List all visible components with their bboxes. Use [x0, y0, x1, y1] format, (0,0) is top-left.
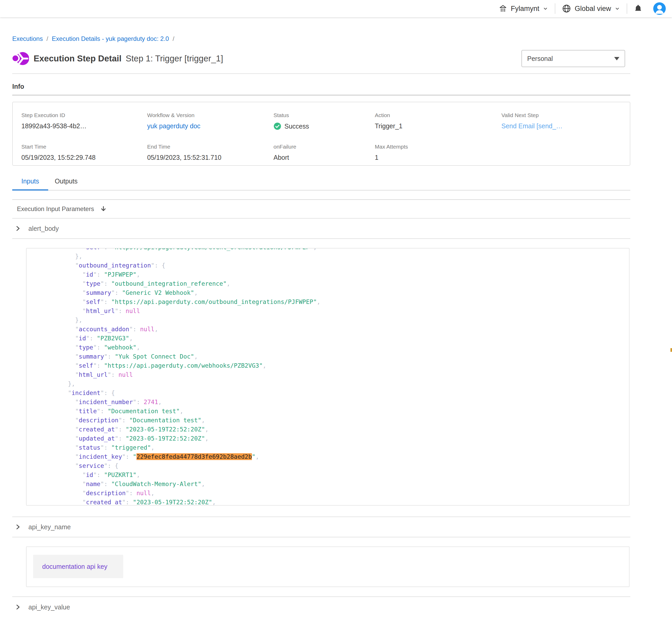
info-field-label: Action [375, 112, 501, 118]
divider [12, 73, 630, 74]
code-line: "name": "CloudWatch-Memory-Alert", [39, 480, 624, 489]
code-line: "created_at": "2023-05-19T22:52:20Z", [39, 498, 624, 506]
breadcrumb-execution-details[interactable]: Execution Details - yuk pagerduty doc: 2… [52, 35, 169, 42]
breadcrumb-executions[interactable]: Executions [12, 35, 43, 42]
param-row-api-key-value[interactable]: api_key_value [12, 597, 630, 617]
code-line: "type": "outbound_integration_reference"… [39, 279, 624, 288]
caret-down-icon [614, 57, 619, 61]
code-line: "summary": "Generic V2 Webhook", [39, 288, 624, 297]
info-field-label: Step Execution ID [21, 112, 147, 118]
code-line: "incident": { [39, 389, 624, 398]
info-field: Max Attempts1 [375, 144, 501, 166]
code-line: "incident_number": 2741, [39, 398, 624, 407]
code-line: "created_at": "2023-05-19T22:52:20Z", [39, 425, 624, 434]
breadcrumb: Executions / Execution Details - yuk pag… [12, 17, 630, 42]
download-arrow-icon[interactable] [100, 205, 107, 213]
bell-icon [634, 4, 643, 13]
code-line: "id": "PZB2VG3", [39, 334, 624, 343]
code-line: "outbound_integration": { [39, 261, 624, 270]
info-field-value: 05/19/2023, 15:52:31.710 [147, 154, 273, 161]
code-line: "id": "PJFWPEP", [39, 270, 624, 279]
globe-icon [562, 4, 572, 13]
info-field-label: Start Time [21, 144, 147, 150]
user-avatar[interactable] [653, 2, 666, 15]
info-field-value: Success [273, 122, 375, 130]
code-line: "title": "Documentation test", [39, 407, 624, 416]
param-row-alert-body[interactable]: alert_body [12, 219, 630, 239]
info-field: Valid Next StepSend Email [send_… [501, 112, 630, 134]
code-line: "description": "Documentation test", [39, 416, 624, 425]
info-field-value: Trigger_1 [375, 122, 501, 130]
info-field: Start Time05/19/2023, 15:52:29.748 [21, 144, 147, 166]
code-line: "html_url": null [39, 307, 624, 316]
code-line: "service": { [39, 461, 624, 471]
info-field-value: 1 [375, 154, 501, 161]
info-field-label: Valid Next Step [501, 112, 630, 118]
code-line: "self": "https://api.pagerduty.com/event… [39, 248, 624, 252]
info-field-value: Abort [273, 154, 375, 161]
success-icon [273, 122, 281, 130]
page-header: Execution Step Detail Step 1: Trigger [t… [12, 49, 630, 68]
info-heading: Info [12, 83, 630, 90]
page-subtitle: Step 1: Trigger [trigger_1] [125, 54, 223, 64]
tabs: Inputs Outputs [12, 178, 630, 191]
code-line: "self": "https://api.pagerduty.com/outbo… [39, 297, 624, 307]
info-field-value[interactable]: Send Email [send_… [501, 122, 630, 130]
info-field: StatusSuccess [273, 112, 375, 134]
param-label: api_key_name [28, 523, 71, 531]
info-field-label: Workflow & Version [147, 112, 273, 118]
param-row-api-key-name[interactable]: api_key_name [12, 517, 630, 537]
api-key-name-value-box: documentation api key [26, 546, 629, 587]
notifications-button[interactable] [634, 4, 643, 13]
info-field: onFailureAbort [273, 144, 375, 166]
avatar-icon [653, 2, 666, 15]
code-line: "status": "triggered", [39, 443, 624, 452]
info-rule [12, 95, 630, 96]
chevron-right-icon [14, 604, 21, 610]
code-line: "summary": "Yuk Spot Connect Doc", [39, 352, 624, 361]
chevron-right-icon [14, 225, 21, 232]
code-line: "self": "https://api.pagerduty.com/webho… [39, 361, 624, 370]
info-field-value: 05/19/2023, 15:52:29.748 [21, 154, 147, 161]
breadcrumb-separator: / [173, 35, 174, 42]
code-line: }, [39, 379, 624, 389]
info-field-value[interactable]: yuk pagerduty doc [147, 122, 273, 130]
alert-body-json-viewer[interactable]: "self": "https://api.pagerduty.com/event… [26, 248, 629, 506]
info-field-value: 18992a43-9538-4b2… [21, 122, 147, 130]
code-line: "incident_key": "229efec8feda44778d3fe69… [39, 452, 624, 461]
org-switcher[interactable]: Fylamynt [498, 4, 549, 13]
tab-inputs[interactable]: Inputs [12, 178, 48, 190]
info-field-label: Max Attempts [375, 144, 501, 150]
code-line: "accounts_addon": null, [39, 325, 624, 334]
code-line: "description": null, [39, 489, 624, 498]
info-field-label: onFailure [273, 144, 375, 150]
code-line: "id": "PUZKRT1", [39, 471, 624, 480]
code-line: "updated_at": "2023-05-19T22:52:20Z", [39, 434, 624, 443]
topbar: Fylamynt Global view [0, 0, 672, 17]
code-line: }, [39, 316, 624, 325]
org-label: Fylamynt [511, 5, 539, 13]
chevron-down-icon [614, 5, 620, 12]
scope-select-value: Personal [527, 55, 553, 63]
topbar-separator [555, 3, 555, 14]
page-title: Execution Step Detail [33, 54, 121, 64]
json-code: "self": "https://api.pagerduty.com/event… [26, 248, 629, 506]
view-switcher[interactable]: Global view [562, 4, 620, 13]
code-line: "type": "webhook", [39, 343, 624, 352]
info-field: ActionTrigger_1 [375, 112, 501, 134]
tab-outputs[interactable]: Outputs [48, 178, 84, 190]
info-field: Step Execution ID18992a43-9538-4b2… [21, 112, 147, 134]
code-line: "html_url": null [39, 370, 624, 379]
workflow-step-icon [12, 50, 29, 67]
params-title: Execution Input Parameters [17, 205, 94, 213]
scrollbar-match-marker [670, 348, 672, 352]
search-highlight: 229efec8feda44778d3fe692b28aed2b [137, 453, 252, 460]
breadcrumb-separator: / [47, 35, 48, 42]
scope-select[interactable]: Personal [521, 50, 625, 67]
bank-icon [498, 4, 508, 13]
code-line: }, [39, 252, 624, 261]
api-key-name-chip[interactable]: documentation api key [33, 555, 123, 578]
info-field: End Time05/19/2023, 15:52:31.710 [147, 144, 273, 166]
param-label: api_key_value [28, 603, 70, 611]
info-field: Workflow & Versionyuk pagerduty doc [147, 112, 273, 134]
